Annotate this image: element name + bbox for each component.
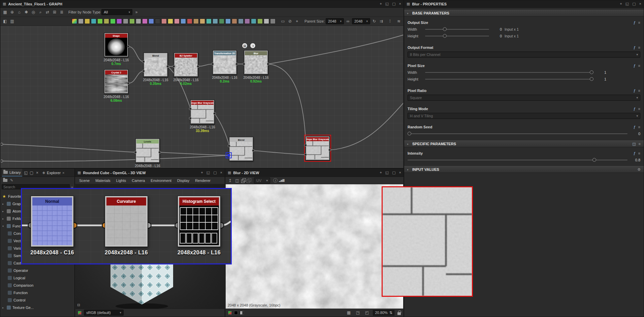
parent-size-dropdown[interactable]: 2048 ▾	[326, 18, 344, 24]
swap-icon[interactable]: ⇄	[44, 9, 51, 15]
slider-knob[interactable]	[590, 70, 593, 74]
search-icon[interactable]: ⌕	[37, 9, 43, 15]
graph-node-slope-blur-grayscale-1[interactable]: Slope Blur Grayscale 2048x2048 - L16 33.…	[190, 100, 215, 133]
comment-icon[interactable]: ▭	[280, 18, 286, 24]
random-seed-slider[interactable]	[408, 133, 627, 134]
menu-display[interactable]: Display	[177, 179, 189, 183]
parameter-menu-icon[interactable]: ≡	[638, 89, 640, 93]
color-channels-icon[interactable]	[78, 311, 82, 315]
node-shelf-icon-shape[interactable]	[187, 19, 192, 24]
close-icon[interactable]: ×	[220, 170, 222, 175]
pin-node-icon[interactable]: ⌖	[294, 18, 300, 24]
input-connector[interactable]	[189, 117, 192, 120]
gradient-swatch[interactable]	[240, 311, 244, 315]
node-shelf-icon-directional-warp[interactable]	[97, 19, 103, 24]
caret-right-icon[interactable]: ▸	[2, 210, 5, 213]
channels-icon[interactable]	[228, 311, 232, 315]
tree-item-texture-generators[interactable]: ▸Texture Ge...	[0, 304, 74, 311]
input-connector[interactable]	[228, 145, 230, 147]
section-base-parameters[interactable]: ▸ BASE PARAMETERS	[404, 10, 644, 17]
paste-icon[interactable]	[247, 178, 251, 183]
float-icon[interactable]: ◱	[206, 170, 210, 175]
new-folder-icon[interactable]	[3, 179, 7, 182]
run-graph-icon[interactable]: ⇉	[378, 18, 384, 24]
section-specific-parameters[interactable]: ▸ SPECIFIC PARAMETERS ◫ ≡	[404, 140, 644, 147]
width-slider[interactable]	[425, 29, 489, 30]
caret-right-icon[interactable]: ▸	[2, 306, 5, 309]
section-menu-icon[interactable]: ≡	[639, 142, 641, 146]
node-shelf-icon-mirror[interactable]	[238, 19, 244, 24]
node-shelf-icon-value-processor[interactable]	[200, 19, 205, 24]
node-shelf-icon-directional-blur[interactable]	[91, 19, 96, 24]
properties-titlebar[interactable]: ▦ Blur - PROPERTIES ⌖ ◱ ▢ ×	[404, 0, 644, 8]
node-shelf-icon-transformation[interactable]	[161, 19, 167, 24]
slider-knob[interactable]	[590, 77, 593, 81]
node-shelf-icon-blur[interactable]	[85, 19, 90, 24]
caret-down-icon[interactable]: ▾	[2, 225, 5, 228]
section-input-values[interactable]: ▸ INPUT VALUES ⚙	[404, 166, 644, 173]
tab-library[interactable]: Library	[2, 169, 22, 177]
pin-icon[interactable]: ⌖	[380, 2, 382, 6]
float-icon[interactable]: ◱	[385, 170, 389, 175]
node-shelf-icon-fxmap[interactable]	[232, 19, 237, 24]
parameter-menu-icon[interactable]: ≡	[638, 125, 640, 129]
export-output-badge-icon[interactable]: ▤	[242, 43, 248, 49]
caret-right-icon[interactable]: ▸	[2, 217, 5, 220]
close-icon[interactable]: ×	[639, 2, 641, 6]
intensity-slider[interactable]	[408, 160, 627, 160]
graph-node-bz-splatter[interactable]: BZ Splatter 2048x2048 - L16 6.02ms	[174, 53, 198, 86]
link-size-icon[interactable]: ∞	[345, 18, 351, 24]
pin-icon[interactable]: ⌖	[620, 2, 622, 6]
node-shelf-icon-svg[interactable]	[206, 19, 212, 24]
expose-parameter-icon[interactable]: ƒ	[633, 21, 635, 25]
export-icon[interactable]: ↥	[227, 178, 233, 184]
output-connector[interactable]	[158, 151, 161, 154]
tree-item-control[interactable]: Control	[0, 297, 74, 304]
node-shelf-icon-tile-sampler[interactable]	[225, 19, 231, 24]
more-options-icon[interactable]: ⁞	[387, 18, 393, 24]
output-connector[interactable]	[235, 63, 238, 65]
tree-item-comparison[interactable]: Comparison	[0, 282, 74, 289]
input-connector[interactable]	[304, 144, 307, 147]
layout-graph-icon[interactable]: ≋	[396, 18, 402, 24]
node-shelf-icon-blend[interactable]	[78, 19, 84, 24]
input-connector[interactable]	[211, 63, 214, 65]
disable-node-icon[interactable]: ⊘	[287, 18, 293, 24]
background-swatch[interactable]	[234, 311, 238, 315]
snap-grid-icon[interactable]: ⊞	[52, 9, 58, 15]
close-icon[interactable]: ×	[399, 170, 401, 175]
zoom-spinner-icon[interactable]: ⇅	[389, 311, 392, 315]
node-shelf-icon-emboss[interactable]	[110, 19, 116, 24]
node-shelf-icon-safe-transform[interactable]	[245, 19, 250, 24]
maximize-icon[interactable]: ▢	[30, 170, 34, 176]
pixel-height-slider[interactable]	[425, 79, 593, 80]
tree-item-operator[interactable]: Operator	[0, 267, 74, 274]
view-output-badge-icon[interactable]: ◑	[250, 43, 256, 49]
toolbar-overflow-icon[interactable]: »	[133, 9, 139, 15]
menu-camera[interactable]: Camera	[132, 179, 145, 183]
maximize-icon[interactable]: ▢	[632, 2, 636, 6]
graph-node-shape[interactable]: Shape 2048x2048 - L16 0.7ms	[104, 33, 128, 66]
view2d-titlebar[interactable]: ▦ Blur - 2D VIEW ⌖ ◱ ▢ ×	[225, 169, 404, 177]
menu-materials[interactable]: Materials	[95, 179, 110, 183]
parameter-menu-icon[interactable]: ≡	[638, 107, 640, 111]
graph-canvas[interactable]: Shape 2048x2048 - L16 0.7ms Crystal 2 20…	[1, 26, 403, 168]
node-shelf-icon-distance[interactable]	[104, 19, 109, 24]
graph-node-crystal-2[interactable]: Crystal 2 2048x2048 - L16 6.08ms	[104, 69, 128, 102]
output-connector[interactable]	[252, 149, 255, 152]
pin-icon[interactable]: ⌖	[201, 170, 203, 175]
output-connector[interactable]	[127, 82, 130, 85]
node-shelf-icon-levels[interactable]	[136, 19, 141, 24]
output-connector[interactable]	[267, 63, 269, 65]
menu-lights[interactable]: Lights	[116, 179, 126, 183]
maximize-icon[interactable]: ▢	[392, 2, 395, 6]
node-shelf-icon-misc[interactable]	[270, 19, 276, 24]
node-shelf-icon-uniform-color[interactable]	[72, 19, 77, 24]
new-node-icon[interactable]: ▦	[2, 9, 8, 15]
tiling-grid-icon[interactable]: ▦	[346, 310, 352, 316]
height-slider[interactable]	[425, 36, 489, 36]
close-icon[interactable]: ×	[399, 2, 401, 6]
focus-icon[interactable]: ◎	[30, 9, 36, 15]
node-shelf-icon-dither[interactable]	[155, 19, 160, 24]
pixel-width-slider[interactable]	[425, 72, 593, 73]
